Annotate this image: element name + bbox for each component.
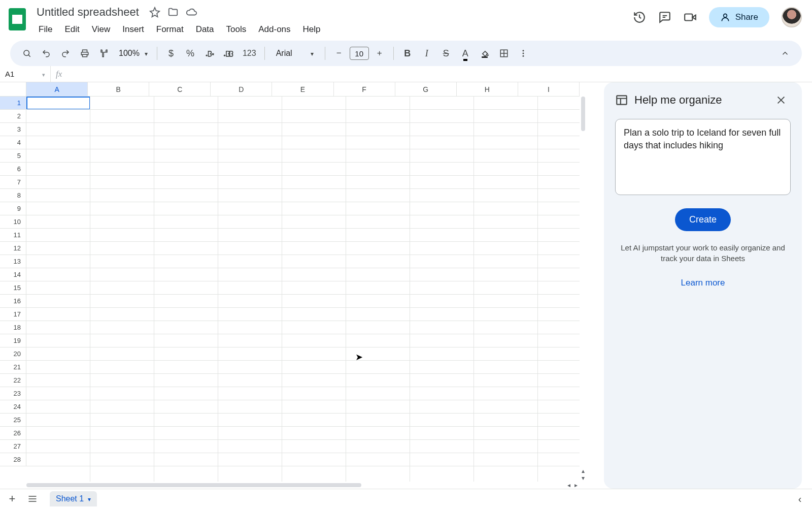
move-folder-icon[interactable] bbox=[167, 7, 179, 18]
svg-rect-0 bbox=[685, 14, 692, 21]
row-header-27[interactable]: 27 bbox=[0, 440, 26, 453]
close-panel-icon[interactable] bbox=[775, 92, 791, 108]
decrease-decimal-icon[interactable] bbox=[202, 46, 217, 61]
menu-format[interactable]: Format bbox=[151, 22, 189, 37]
font-family-select[interactable]: Arial bbox=[271, 49, 319, 58]
paint-format-icon[interactable] bbox=[96, 46, 112, 61]
row-header-26[interactable]: 26 bbox=[0, 427, 26, 440]
zoom-select[interactable]: 100% bbox=[116, 49, 151, 58]
menu-data[interactable]: Data bbox=[191, 22, 219, 37]
create-button[interactable]: Create bbox=[675, 208, 731, 231]
row-header-23[interactable]: 23 bbox=[0, 387, 26, 400]
zoom-value: 100% bbox=[119, 49, 140, 58]
sheet-tab-1[interactable]: Sheet 1 bbox=[50, 491, 97, 506]
increase-decimal-icon[interactable] bbox=[221, 46, 236, 61]
row-header-5[interactable]: 5 bbox=[0, 149, 26, 163]
column-header-A[interactable]: A bbox=[26, 82, 88, 97]
column-header-F[interactable]: F bbox=[334, 82, 395, 97]
row-header-22[interactable]: 22 bbox=[0, 374, 26, 387]
number-format-button[interactable]: 123 bbox=[241, 46, 258, 61]
row-header-14[interactable]: 14 bbox=[0, 268, 26, 281]
all-sheets-icon[interactable] bbox=[24, 491, 41, 507]
row-header-12[interactable]: 12 bbox=[0, 242, 26, 255]
row-header-20[interactable]: 20 bbox=[0, 347, 26, 361]
cloud-status-icon[interactable] bbox=[186, 7, 197, 18]
menu-help[interactable]: Help bbox=[298, 22, 326, 37]
menu-addons[interactable]: Add-ons bbox=[253, 22, 295, 37]
more-toolbar-icon[interactable] bbox=[516, 46, 531, 61]
strikethrough-icon[interactable]: S bbox=[438, 46, 454, 61]
star-icon[interactable] bbox=[149, 7, 160, 18]
row-header-8[interactable]: 8 bbox=[0, 189, 26, 202]
collapse-toolbar-icon[interactable] bbox=[777, 46, 793, 61]
column-header-G[interactable]: G bbox=[395, 82, 457, 97]
row-header-6[interactable]: 6 bbox=[0, 163, 26, 176]
row-header-28[interactable]: 28 bbox=[0, 453, 26, 466]
history-icon[interactable] bbox=[633, 11, 646, 24]
borders-icon[interactable] bbox=[496, 46, 512, 61]
column-header-D[interactable]: D bbox=[211, 82, 272, 97]
row-header-9[interactable]: 9 bbox=[0, 202, 26, 215]
fill-color-icon[interactable] bbox=[477, 46, 492, 61]
horizontal-scrollbar[interactable]: ◂ ▸ bbox=[26, 482, 580, 489]
row-header-21[interactable]: 21 bbox=[0, 361, 26, 374]
add-sheet-icon[interactable]: + bbox=[4, 491, 20, 507]
row-header-3[interactable]: 3 bbox=[0, 123, 26, 136]
row-header-10[interactable]: 10 bbox=[0, 215, 26, 229]
sheets-logo bbox=[5, 7, 29, 31]
row-header-7[interactable]: 7 bbox=[0, 176, 26, 189]
menu-insert[interactable]: Insert bbox=[117, 22, 149, 37]
menu-edit[interactable]: Edit bbox=[59, 22, 84, 37]
font-size-input[interactable]: 10 bbox=[350, 47, 369, 60]
column-header-I[interactable]: I bbox=[518, 82, 580, 97]
account-avatar[interactable] bbox=[782, 7, 802, 27]
percent-icon[interactable]: % bbox=[183, 46, 198, 61]
row-header-15[interactable]: 15 bbox=[0, 281, 26, 295]
column-header-B[interactable]: B bbox=[88, 82, 149, 97]
spreadsheet-grid[interactable]: ABCDEFGHI 123456789101112131415161718192… bbox=[0, 82, 589, 489]
row-header-24[interactable]: 24 bbox=[0, 400, 26, 414]
prompt-textarea[interactable] bbox=[615, 119, 791, 195]
row-header-25[interactable]: 25 bbox=[0, 414, 26, 427]
row-header-16[interactable]: 16 bbox=[0, 295, 26, 308]
undo-icon[interactable] bbox=[39, 46, 54, 61]
menu-view[interactable]: View bbox=[87, 22, 116, 37]
row-header-13[interactable]: 13 bbox=[0, 255, 26, 268]
column-header-C[interactable]: C bbox=[149, 82, 211, 97]
menu-file[interactable]: File bbox=[33, 22, 57, 37]
document-title[interactable]: Untitled spreadsheet bbox=[33, 5, 142, 19]
svg-point-6 bbox=[224, 55, 225, 56]
row-header-1[interactable]: 1 bbox=[0, 97, 26, 110]
menu-tools[interactable]: Tools bbox=[221, 22, 252, 37]
select-all-corner[interactable] bbox=[0, 82, 26, 97]
decrease-font-size-icon[interactable]: − bbox=[331, 46, 347, 61]
vertical-scrollbar[interactable]: ▴ ▾ bbox=[580, 97, 587, 482]
bold-icon[interactable]: B bbox=[400, 46, 415, 61]
row-header-19[interactable]: 19 bbox=[0, 334, 26, 347]
column-header-H[interactable]: H bbox=[457, 82, 518, 97]
formula-bar: A1 fx bbox=[0, 66, 812, 82]
increase-font-size-icon[interactable]: + bbox=[372, 46, 387, 61]
name-box[interactable]: A1 bbox=[0, 66, 51, 82]
comments-icon[interactable] bbox=[658, 11, 671, 24]
print-icon[interactable] bbox=[77, 46, 92, 61]
row-header-2[interactable]: 2 bbox=[0, 110, 26, 123]
row-header-18[interactable]: 18 bbox=[0, 321, 26, 334]
formula-input[interactable] bbox=[67, 66, 812, 82]
learn-more-link[interactable]: Learn more bbox=[615, 278, 791, 288]
panel-title: Help me organize bbox=[634, 93, 722, 107]
search-menus-icon[interactable] bbox=[19, 46, 35, 61]
meet-icon[interactable] bbox=[684, 11, 697, 24]
toolbar: 100% $ % 123 Arial − 10 + B I S A bbox=[10, 41, 802, 66]
text-color-icon[interactable]: A bbox=[458, 46, 473, 61]
column-header-E[interactable]: E bbox=[272, 82, 333, 97]
share-button[interactable]: Share bbox=[709, 7, 769, 27]
redo-icon[interactable] bbox=[58, 46, 73, 61]
sheet-tab-label: Sheet 1 bbox=[56, 494, 84, 503]
side-panel-toggle-icon[interactable] bbox=[792, 491, 808, 507]
italic-icon[interactable]: I bbox=[419, 46, 434, 61]
row-header-11[interactable]: 11 bbox=[0, 229, 26, 242]
currency-icon[interactable]: $ bbox=[163, 46, 179, 61]
row-header-4[interactable]: 4 bbox=[0, 136, 26, 149]
row-header-17[interactable]: 17 bbox=[0, 308, 26, 321]
